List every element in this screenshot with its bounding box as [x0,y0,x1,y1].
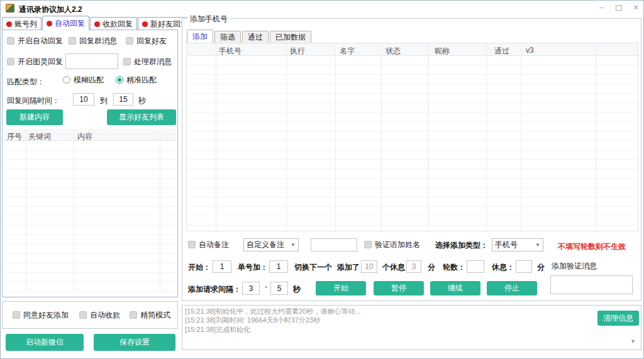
add-phone-groupbox: 添加手机号 添加 筛选 通过 已加数据 手机号 执行 名字 状态 昵称 [182,18,641,301]
keyword-table-header: 序号 关键词 内容 [4,129,177,141]
clear-log-button[interactable]: 清理信息 [597,311,639,326]
auto-reply-panel: 开启自动回复 回复群消息 回复好友 开启图灵回复 处理群消息 匹配类型： 模糊匹… [2,30,178,297]
request-interval-from-input[interactable] [242,282,260,295]
phone-table-body[interactable] [187,56,638,231]
tab-added-data[interactable]: 已加数据 [270,31,311,43]
rest-minutes-input[interactable] [406,260,421,273]
log-line: [15:21:38]初始化中，此过程大约需要20秒，请耐心等待... [185,307,638,316]
note-type-dropdown[interactable]: 自定义备注 ▼ [243,238,299,251]
column-header: v3 [526,46,534,55]
start-new-wechat-button[interactable]: 启动新微信 [6,334,84,351]
add-type-label: 选择添加类型： [435,241,488,249]
new-content-button[interactable]: 新建内容 [6,109,63,125]
turing-key-input[interactable] [65,53,118,69]
minimize-icon: ─ [599,3,605,12]
checkbox-enable-auto-reply[interactable]: 开启自动回复 [7,37,63,45]
radio-exact-match[interactable]: 精准匹配 [116,76,157,84]
close-icon: ✕ [633,3,639,12]
radio-selected-icon [116,76,123,84]
tab-label: 添加 [192,31,208,42]
checkbox-auto-note[interactable]: 自动备注 [188,241,229,248]
break-unit-label: 分 [537,263,545,271]
checkbox-agree-friend-add[interactable]: 同意好友添加 [13,311,69,319]
rounds-input[interactable] [467,260,484,273]
close-button[interactable]: ✕ [629,2,643,13]
stop-button[interactable]: 停止 [487,281,537,295]
interval-dash-label: - [265,283,267,290]
rounds-label: 轮数： [443,263,465,271]
column-divider [74,129,74,292]
tab-label: 通过 [248,32,263,43]
reply-interval-from-input[interactable] [73,93,94,106]
request-interval-to-input[interactable] [270,282,288,295]
column-divider [160,129,160,292]
verify-message-input[interactable] [550,275,633,294]
start-number-label: 开始： [188,263,211,271]
checkbox-icon [130,311,137,319]
red-dot-icon [94,21,100,27]
checkbox-verify-with-name[interactable]: 验证语加姓名 [364,241,420,248]
checkbox-simple-mode[interactable]: 精简模式 [130,311,170,319]
added-count-input[interactable] [361,260,377,273]
reply-interval-label: 回复间隔时间： [7,97,60,104]
phone-table: 手机号 执行 名字 状态 昵称 通过 v3 [186,43,638,231]
checkbox-auto-collect[interactable]: 自动收款 [79,311,120,319]
checkbox-label: 自动备注 [199,241,229,248]
column-divider [428,43,429,231]
tab-payment-reply[interactable]: 收款回复 [90,17,137,30]
pause-button[interactable]: 暂停 [374,281,424,295]
start-button[interactable]: 开始 [316,281,366,295]
checkbox-label: 精简模式 [140,311,170,319]
dropdown-value: 手机号 [495,240,518,250]
red-dot-icon [6,21,12,27]
app-window: 通讯录协议加人2.2 ─ ✕ 账号列 自动回复 收款回复 新好友回复 开启自动回… [0,0,644,359]
checkbox-icon [13,311,20,319]
checkbox-label: 同意好友添加 [23,311,69,319]
break-input[interactable] [516,260,532,273]
add-type-dropdown[interactable]: 手机号 ▼ [492,238,543,251]
scroll-down-icon[interactable]: ▼ [630,338,636,346]
checkbox-enable-turing-reply[interactable]: 开启图灵回复 [7,58,63,65]
left-bottom-options-box: 同意好友添加 自动收款 精简模式 [2,301,178,329]
note-text-input[interactable] [311,238,357,251]
log-line: [15:21:38]完成初始化 [185,325,638,334]
dropdown-value: 自定义备注 [247,240,284,250]
reply-interval-to-input[interactable] [113,93,133,106]
show-friends-button[interactable]: 显示好友列表 [107,109,176,125]
tab-add[interactable]: 添加 [187,30,213,43]
checkbox-icon [69,37,76,45]
column-header: 手机号 [219,46,242,57]
radio-fuzzy-match[interactable]: 模糊匹配 [63,76,104,84]
maximize-button[interactable] [612,2,626,13]
rounds-warning-text: 不填写轮数则不生效 [558,241,626,252]
checkbox-icon [364,241,372,248]
verify-message-label: 添加验证消息 [552,262,597,270]
column-divider [521,43,521,231]
tab-passed[interactable]: 通过 [242,31,269,43]
column-divider [486,43,487,231]
break-label: 休息： [492,263,514,271]
red-dot-icon [47,21,52,26]
interval-unit-label: 秒 [138,97,146,104]
chevron-down-icon: ▼ [535,242,540,248]
save-settings-button[interactable]: 保存设置 [94,334,175,351]
start-number-input[interactable] [213,260,231,273]
single-add-input[interactable] [269,260,288,273]
continue-button[interactable]: 继续 [430,281,480,295]
checkbox-reply-group-msg[interactable]: 回复群消息 [69,37,117,45]
checkbox-handle-group-msg[interactable]: 处理群消息 [123,58,172,65]
checkbox-label: 验证语加姓名 [375,241,420,248]
minimize-button[interactable]: ─ [595,2,609,13]
tab-auto-reply[interactable]: 自动回复 [42,16,89,30]
log-output-area[interactable]: [15:21:38]初始化中，此过程大约需要20秒，请耐心等待... [15:2… [182,305,641,350]
column-header: 名字 [340,46,355,57]
keyword-table-body[interactable] [4,141,177,292]
column-divider [381,43,382,231]
red-dot-icon [142,21,148,27]
column-header: 昵称 [435,46,450,57]
checkbox-label: 处理群消息 [134,58,172,65]
checkbox-reply-friend[interactable]: 回复好友 [126,37,167,45]
checkbox-icon [7,37,14,45]
tab-account-list[interactable]: 账号列 [2,17,42,30]
tab-filter[interactable]: 筛选 [214,31,241,43]
